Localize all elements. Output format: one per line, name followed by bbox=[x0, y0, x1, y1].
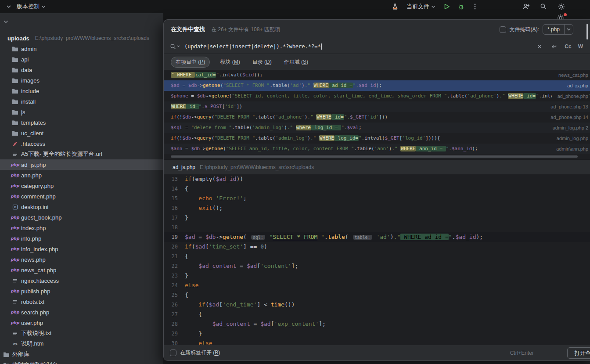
code-line[interactable]: 23} bbox=[164, 271, 590, 281]
tree-item[interactable]: phpann.php bbox=[0, 170, 163, 180]
code-line[interactable]: 13if(empty($ad_id)) bbox=[164, 174, 590, 184]
result-row[interactable]: WHERE id=".$_POST['id'])ad_phone.php 13 bbox=[164, 101, 590, 112]
code-line[interactable]: 16 exit(); bbox=[164, 203, 590, 213]
tree-item[interactable]: phpsearch.php bbox=[0, 307, 163, 317]
code-line[interactable]: 26 if($ad['end_time'] < time()) bbox=[164, 300, 590, 310]
tree-root-uploads[interactable]: uploads E:\phpstudy_pro\WWW\bluecms_src\… bbox=[0, 33, 163, 43]
search-everywhere-icon[interactable] bbox=[538, 1, 549, 12]
code-line[interactable]: 17} bbox=[164, 213, 590, 223]
tree-item[interactable]: A5下载- 更全的站长资源平台.url bbox=[0, 149, 163, 159]
tree-item-label: nginx.htaccess bbox=[21, 278, 59, 284]
code-line[interactable]: 27 { bbox=[164, 310, 590, 319]
tree-item-label: uc_client bbox=[21, 130, 43, 137]
code-line[interactable]: 19$ad = $db->getone( sql: "SELECT * FROM… bbox=[164, 232, 590, 242]
result-row[interactable]: $phone = $db->getone("SELECT id, content… bbox=[164, 91, 590, 101]
tree-item[interactable]: admin bbox=[0, 43, 163, 54]
tree-item-label: include bbox=[21, 88, 39, 94]
tree-item[interactable]: include bbox=[0, 86, 163, 96]
scope-tab[interactable]: 在项目中 (P) bbox=[171, 57, 210, 68]
tree-item[interactable]: desktop.ini bbox=[0, 202, 163, 212]
text-file-icon bbox=[11, 278, 18, 284]
tree-item[interactable]: 下载说明.txt bbox=[0, 328, 163, 339]
vcs-widget[interactable]: 版本控制 bbox=[14, 1, 48, 12]
tree-item[interactable]: 临时文件和控制台 bbox=[0, 360, 163, 364]
code-line[interactable]: 21{ bbox=[164, 252, 590, 261]
tree-item[interactable]: phpcategory.php bbox=[0, 180, 163, 191]
line-number: 29 bbox=[164, 329, 185, 339]
code-line[interactable]: 30 else bbox=[164, 339, 590, 345]
preview-code[interactable]: 13if(empty($ad_id))14{15 echo 'Error!';1… bbox=[164, 174, 590, 345]
code-line[interactable]: 29 } bbox=[164, 329, 590, 339]
tree-item[interactable]: phpnews.php bbox=[0, 254, 163, 265]
code-line[interactable]: 24else bbox=[164, 281, 590, 290]
file-mask-checkbox[interactable] bbox=[500, 26, 506, 33]
result-row[interactable]: $sql = "delete from ".table('admin_log')… bbox=[164, 123, 590, 133]
tree-item[interactable]: phpindex.php bbox=[0, 223, 163, 233]
scope-tab[interactable]: 作用域 (S) bbox=[282, 57, 310, 68]
result-file-label: ad_phone.php 14 bbox=[545, 112, 588, 123]
code-line[interactable]: 25{ bbox=[164, 290, 590, 300]
tree-item[interactable]: phpnews_cat.php bbox=[0, 265, 163, 275]
tree-item[interactable]: install bbox=[0, 96, 163, 107]
result-row[interactable]: if(!$db->query("DELETE FROM ".table('adm… bbox=[164, 133, 590, 144]
tree-collapse-chevron-icon[interactable] bbox=[4, 18, 8, 25]
code-line[interactable]: 22 $ad_content = $ad['content']; bbox=[164, 261, 590, 271]
more-options-kebab-icon[interactable] bbox=[470, 1, 480, 12]
tree-item[interactable]: phpad_js.php bbox=[0, 159, 163, 170]
run-button[interactable] bbox=[442, 1, 452, 12]
clear-search-icon[interactable] bbox=[536, 43, 543, 50]
debug-bug-button[interactable] bbox=[456, 1, 466, 12]
tree-item[interactable]: <>说明.htm bbox=[0, 339, 163, 349]
tree-item-label: category.php bbox=[21, 183, 54, 189]
tree-item-label: 临时文件和控制台 bbox=[12, 361, 58, 364]
tree-item[interactable]: phpcomment.php bbox=[0, 191, 163, 202]
file-mask-combo[interactable]: *.php bbox=[543, 24, 573, 35]
result-row[interactable]: " WHERE cat_id=".intval($cid));news_cat.… bbox=[164, 70, 590, 80]
tree-item[interactable]: phpuser.php bbox=[0, 317, 163, 328]
tree-item[interactable]: phpinfo_index.php bbox=[0, 244, 163, 254]
window-scrollbar-thumb[interactable] bbox=[586, 24, 588, 40]
tree-item[interactable]: js bbox=[0, 107, 163, 117]
php-file-icon: php bbox=[11, 288, 18, 294]
chevron-down-icon[interactable] bbox=[564, 25, 573, 34]
tree-item[interactable]: .htaccess bbox=[0, 138, 163, 149]
tree-item[interactable]: data bbox=[0, 65, 163, 75]
tree-item[interactable]: phppublish.php bbox=[0, 286, 163, 296]
main-menu-chevron-icon[interactable] bbox=[4, 1, 14, 12]
tree-item[interactable]: phpguest_book.php bbox=[0, 212, 163, 223]
php-file-icon: php bbox=[11, 193, 18, 199]
tree-item[interactable]: 外部库 bbox=[0, 349, 163, 360]
search-icon[interactable] bbox=[170, 43, 180, 50]
open-in-new-tab-checkbox[interactable] bbox=[170, 350, 176, 356]
tree-item[interactable]: phpinfo.php bbox=[0, 233, 163, 244]
code-line[interactable]: 14{ bbox=[164, 184, 590, 194]
code-line[interactable]: 18 bbox=[164, 223, 590, 232]
match-case-toggle[interactable]: Cc bbox=[565, 43, 571, 50]
tree-item[interactable]: uc_client bbox=[0, 128, 163, 138]
tree-item[interactable]: robots.txt bbox=[0, 296, 163, 307]
tree-item-label: guest_book.php bbox=[21, 214, 62, 221]
scope-tab[interactable]: 模块 (M) bbox=[218, 57, 242, 68]
tree-item[interactable]: api bbox=[0, 54, 163, 65]
result-row[interactable]: $ad = $db->getone("SELECT * FROM ".table… bbox=[164, 80, 590, 91]
code-line[interactable]: 15 echo 'Error!'; bbox=[164, 194, 590, 203]
newline-icon[interactable] bbox=[550, 43, 558, 50]
tree-item[interactable]: nginx.htaccess bbox=[0, 275, 163, 286]
profiler-flask-icon[interactable] bbox=[390, 1, 400, 12]
tree-item[interactable]: images bbox=[0, 75, 163, 86]
whole-words-toggle[interactable]: W bbox=[578, 43, 583, 50]
code-line[interactable]: 28 $ad_content = $ad['exp_content']; bbox=[164, 319, 590, 329]
result-row[interactable]: if(!$db->query("DELETE FROM ".table('ad_… bbox=[164, 112, 590, 123]
php-file-icon: php bbox=[11, 309, 18, 315]
run-config-selector[interactable]: 当前文件 bbox=[404, 1, 438, 12]
tree-item[interactable]: templates bbox=[0, 117, 163, 128]
result-row[interactable]: $ann = $db->getone("SELECT ann_id, title… bbox=[164, 144, 590, 154]
add-user-icon[interactable] bbox=[521, 1, 531, 12]
results-horizontal-scrollbar[interactable] bbox=[171, 155, 578, 158]
code-line[interactable]: 20if($ad['time_set'] == 0) bbox=[164, 242, 590, 252]
settings-gear-icon[interactable] bbox=[556, 1, 566, 12]
open-in-find-window-button[interactable]: 打开查找窗口 bbox=[567, 347, 590, 359]
scope-tab[interactable]: 目录 (D) bbox=[250, 57, 274, 68]
php-file-icon: php bbox=[11, 267, 18, 273]
search-query-input[interactable]: (update|select|insert|delete|).*?where.*… bbox=[184, 43, 321, 50]
